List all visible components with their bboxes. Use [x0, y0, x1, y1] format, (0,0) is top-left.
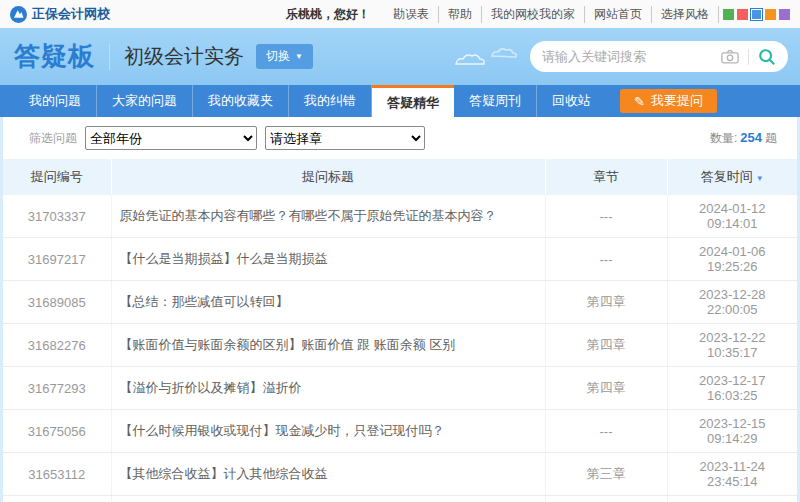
course-name: 初级会计实务: [124, 43, 244, 70]
question-id: 31697217: [3, 238, 111, 281]
question-id: 31637307: [3, 496, 111, 502]
table-row: 31653112 【其他综合收益】计入其他综合收益 第三章 2023-11-24…: [3, 453, 797, 496]
search-box: [530, 41, 788, 72]
filter-label: 筛选问题: [29, 130, 77, 147]
table-row: 31675056 【什么时候用银收或现付】现金减少时，只登记现付吗？ --- 2…: [3, 410, 797, 453]
table-row: 31689085 【总结：那些减值可以转回】 第四章 2023-12-28 22…: [3, 281, 797, 324]
table-header-row: 提问编号 提问标题 章节 答复时间▼: [3, 159, 797, 195]
question-chapter: ---: [545, 195, 667, 238]
reply-time: 2023-12-15 09:14:29: [667, 410, 797, 453]
style-swatches: [723, 9, 790, 20]
question-id: 31653112: [3, 453, 111, 496]
cloud-decoration: [452, 42, 522, 72]
tab-my-favorites[interactable]: 我的收藏夹: [193, 85, 289, 117]
question-chapter: ---: [545, 410, 667, 453]
style-swatch-purple[interactable]: [779, 9, 790, 20]
question-count: 数量:254题: [710, 130, 777, 147]
table-row: 31703337 原始凭证的基本内容有哪些？有哪些不属于原始凭证的基本内容？ -…: [3, 195, 797, 238]
question-chapter: 第三章: [545, 453, 667, 496]
filter-row: 筛选问题 全部年份 请选择章 数量:254题: [3, 117, 797, 159]
question-chapter: 第四章: [545, 324, 667, 367]
question-id: 31703337: [3, 195, 111, 238]
tab-my-corrections[interactable]: 我的纠错: [289, 85, 372, 117]
toplink-home[interactable]: 网站首页: [585, 6, 652, 23]
nav-tabs: 我的问题 大家的问题 我的收藏夹 我的纠错 答疑精华 答疑周刊 回收站 ✎ 我要…: [0, 85, 800, 117]
search-input[interactable]: [542, 49, 721, 64]
reply-time: 2023-12-22 10:35:17: [667, 324, 797, 367]
sort-descending-icon: ▼: [756, 174, 764, 183]
question-chapter: ---: [545, 238, 667, 281]
tab-recycle-bin[interactable]: 回收站: [537, 85, 606, 117]
toplink-help[interactable]: 帮助: [439, 6, 482, 23]
switch-course-button[interactable]: 切换 ▼: [256, 44, 313, 69]
header-question-id: 提问编号: [3, 159, 111, 195]
brand-logo-icon: [10, 6, 27, 23]
style-swatch-red[interactable]: [737, 9, 748, 20]
question-chapter: 第四章: [545, 367, 667, 410]
search-button[interactable]: [758, 48, 776, 66]
search-icon: [758, 48, 776, 66]
toplink-choose-style[interactable]: 选择风格: [652, 6, 719, 23]
reply-time: 2023-11-16 11:42:34: [667, 496, 797, 502]
question-id: 31682276: [3, 324, 111, 367]
question-title-link[interactable]: 【其他综合收益】计入其他综合收益: [111, 453, 545, 496]
brand[interactable]: 正保会计网校: [10, 5, 110, 23]
reply-time: 2024-01-12 09:14:01: [667, 195, 797, 238]
header-reply-time[interactable]: 答复时间▼: [667, 159, 797, 195]
header-chapter: 章节: [545, 159, 667, 195]
style-swatch-green[interactable]: [723, 9, 734, 20]
tab-everyones-questions[interactable]: 大家的问题: [97, 85, 193, 117]
brand-name: 正保会计网校: [32, 5, 110, 23]
question-title-link[interactable]: 【什么时候用银收或现付】现金减少时，只登记现付吗？: [111, 410, 545, 453]
tab-my-questions[interactable]: 我的问题: [14, 85, 97, 117]
toplink-errata[interactable]: 勘误表: [384, 6, 439, 23]
question-id: 31677293: [3, 367, 111, 410]
camera-search-button[interactable]: [721, 49, 739, 64]
header-question-title: 提问标题: [111, 159, 545, 195]
qa-table: 提问编号 提问标题 章节 答复时间▼ 31703337 原始凭证的基本内容有哪些…: [3, 159, 797, 502]
banner: 答疑板 初级会计实务 切换 ▼: [0, 28, 800, 85]
style-swatch-blue[interactable]: [751, 9, 762, 20]
table-row: 31697217 【什么是当期损益】什么是当期损益 --- 2024-01-06…: [3, 238, 797, 281]
table-row: 31682276 【账面价值与账面余额的区别】账面价值 跟 账面余额 区别 第四…: [3, 324, 797, 367]
count-number: 254: [740, 130, 762, 145]
reply-time: 2023-12-17 16:03:25: [667, 367, 797, 410]
toplink-my-school[interactable]: 我的网校我的家: [482, 6, 585, 23]
chevron-down-icon: ▼: [295, 52, 303, 61]
question-title-link[interactable]: 【总结：那些减值可以转回】: [111, 281, 545, 324]
table-row: 31677293 【溢价与折价以及摊销】溢折价 第四章 2023-12-17 1…: [3, 367, 797, 410]
question-title-link[interactable]: 【账面价值与账面余额的区别】账面价值 跟 账面余额 区别: [111, 324, 545, 367]
camera-icon: [721, 49, 739, 64]
question-title-link[interactable]: 【什么是当期损益】什么是当期损益: [111, 238, 545, 281]
tab-qa-weekly[interactable]: 答疑周刊: [454, 85, 537, 117]
question-title-link[interactable]: 【限定性净资产和非限定性净资产】老师，这里的限定性资产和非限定性资产是怎么区别的…: [111, 496, 545, 502]
main-content: 筛选问题 全部年份 请选择章 数量:254题 提问编号 提问标题 章节 答复时间…: [0, 117, 800, 502]
question-title-link[interactable]: 【溢价与折价以及摊销】溢折价: [111, 367, 545, 410]
question-title-link[interactable]: 原始凭证的基本内容有哪些？有哪些不属于原始凭证的基本内容？: [111, 195, 545, 238]
question-chapter: 第四章: [545, 281, 667, 324]
year-filter-select[interactable]: 全部年份: [85, 126, 257, 150]
chapter-filter-select[interactable]: 请选择章: [265, 126, 425, 150]
divider: [748, 49, 749, 65]
divider: [109, 44, 110, 70]
tab-qa-highlights[interactable]: 答疑精华: [372, 85, 454, 117]
question-id: 31675056: [3, 410, 111, 453]
reply-time: 2024-01-06 19:25:26: [667, 238, 797, 281]
user-greeting: 乐桃桃，您好！: [286, 6, 370, 23]
ask-question-button[interactable]: ✎ 我要提问: [620, 89, 717, 113]
pencil-icon: ✎: [634, 94, 645, 109]
topbar: 正保会计网校 乐桃桃，您好！ 勘误表 帮助 我的网校我的家 网站首页 选择风格: [0, 0, 800, 28]
question-chapter: ---: [545, 496, 667, 502]
reply-time: 2023-12-28 22:00:05: [667, 281, 797, 324]
table-row: 31637307 【限定性净资产和非限定性净资产】老师，这里的限定性资产和非限定…: [3, 496, 797, 502]
reply-time: 2023-11-24 23:45:14: [667, 453, 797, 496]
style-swatch-orange[interactable]: [765, 9, 776, 20]
page-title: 答疑板: [14, 39, 95, 74]
question-id: 31689085: [3, 281, 111, 324]
